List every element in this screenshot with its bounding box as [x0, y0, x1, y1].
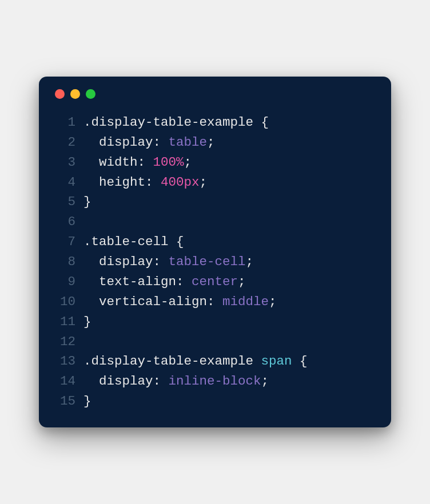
- line-content: display: table-cell;: [83, 252, 253, 272]
- line-number: 15: [54, 391, 83, 411]
- token-val-name: middle: [222, 294, 269, 309]
- token-content: [83, 294, 99, 309]
- code-line[interactable]: 4 height: 400px;: [54, 173, 376, 193]
- code-line[interactable]: 9 text-align: center;: [54, 272, 376, 292]
- token-selector: .display-table-example: [83, 115, 261, 130]
- token-colon: :: [207, 294, 222, 309]
- token-semi: ;: [184, 155, 192, 170]
- code-line[interactable]: 13.display-table-example span {: [54, 351, 376, 371]
- token-semi: ;: [246, 254, 254, 269]
- token-colon: :: [153, 374, 169, 389]
- token-selector: .table-cell: [83, 234, 176, 249]
- token-content: [83, 155, 99, 170]
- code-block[interactable]: 1.display-table-example {2 display: tabl…: [54, 113, 376, 411]
- token-colon: :: [153, 254, 169, 269]
- token-content: [83, 135, 99, 150]
- token-content: [83, 175, 99, 190]
- token-brace: }: [83, 314, 91, 329]
- token-brace: }: [83, 194, 91, 209]
- line-number: 11: [54, 312, 83, 332]
- token-prop: height: [99, 175, 145, 190]
- token-val-name: inline-block: [169, 374, 261, 389]
- token-brace: }: [83, 394, 91, 409]
- token-prop: width: [99, 155, 138, 170]
- token-brace: {: [300, 354, 308, 369]
- token-semi: ;: [261, 374, 269, 389]
- token-brace: {: [261, 115, 269, 130]
- line-number: 1: [54, 113, 83, 133]
- token-content: [83, 374, 99, 389]
- line-content: vertical-align: middle;: [83, 292, 277, 312]
- token-content: [83, 254, 99, 269]
- code-line[interactable]: 12: [54, 332, 376, 352]
- code-line[interactable]: 7.table-cell {: [54, 232, 376, 252]
- token-val-num: 100%: [153, 155, 184, 170]
- line-number: 7: [54, 232, 83, 252]
- code-line[interactable]: 3 width: 100%;: [54, 153, 376, 173]
- line-content: display: table;: [83, 133, 215, 153]
- code-line[interactable]: 11}: [54, 312, 376, 332]
- line-number: 4: [54, 173, 83, 193]
- minimize-icon[interactable]: [70, 89, 80, 99]
- line-content: .display-table-example {: [83, 113, 269, 133]
- line-content: }: [83, 192, 91, 212]
- token-colon: :: [176, 274, 192, 289]
- token-tag: span: [261, 354, 300, 369]
- line-content: }: [83, 312, 91, 332]
- close-icon[interactable]: [55, 89, 65, 99]
- token-val-name: center: [192, 274, 238, 289]
- code-line[interactable]: 2 display: table;: [54, 133, 376, 153]
- maximize-icon[interactable]: [86, 89, 95, 99]
- line-content: .table-cell {: [83, 232, 184, 252]
- token-semi: ;: [200, 175, 208, 190]
- line-number: 6: [54, 212, 83, 232]
- line-content: text-align: center;: [83, 272, 246, 292]
- code-line[interactable]: 15}: [54, 391, 376, 411]
- token-semi: ;: [238, 274, 246, 289]
- line-number: 5: [54, 192, 83, 212]
- token-semi: ;: [269, 294, 277, 309]
- line-content: display: inline-block;: [83, 371, 269, 391]
- code-line[interactable]: 5}: [54, 192, 376, 212]
- line-number: 13: [54, 351, 83, 371]
- line-number: 10: [54, 292, 83, 312]
- line-content: .display-table-example span {: [83, 351, 308, 371]
- line-number: 2: [54, 133, 83, 153]
- code-line[interactable]: 10 vertical-align: middle;: [54, 292, 376, 312]
- code-line[interactable]: 14 display: inline-block;: [54, 371, 376, 391]
- code-line[interactable]: 8 display: table-cell;: [54, 252, 376, 272]
- line-number: 9: [54, 272, 83, 292]
- line-number: 14: [54, 371, 83, 391]
- token-brace: {: [176, 234, 184, 249]
- token-val-name: table: [169, 135, 208, 150]
- token-prop: display: [99, 135, 153, 150]
- token-content: [83, 274, 99, 289]
- token-val-name: table-cell: [169, 254, 246, 269]
- code-line[interactable]: 6: [54, 212, 376, 232]
- token-val-num: 400px: [161, 175, 200, 190]
- line-number: 3: [54, 153, 83, 173]
- token-selector: .display-table-example: [83, 354, 261, 369]
- token-semi: ;: [207, 135, 215, 150]
- code-line[interactable]: 1.display-table-example {: [54, 113, 376, 133]
- token-colon: :: [153, 135, 169, 150]
- code-window: 1.display-table-example {2 display: tabl…: [39, 77, 391, 427]
- token-prop: display: [99, 254, 153, 269]
- line-content: height: 400px;: [83, 173, 207, 193]
- line-number: 8: [54, 252, 83, 272]
- token-prop: vertical-align: [99, 294, 207, 309]
- line-content: width: 100%;: [83, 153, 192, 173]
- token-prop: display: [99, 374, 153, 389]
- token-prop: text-align: [99, 274, 176, 289]
- traffic-lights: [55, 89, 376, 99]
- line-number: 12: [54, 332, 83, 352]
- token-colon: :: [145, 175, 161, 190]
- token-colon: :: [138, 155, 153, 170]
- line-content: }: [83, 391, 91, 411]
